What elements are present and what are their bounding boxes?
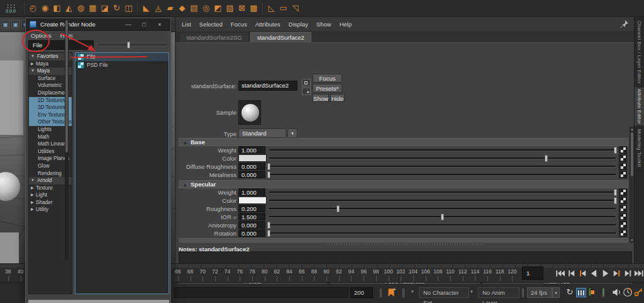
color-swatch[interactable] — [238, 154, 267, 162]
viewport-toolbar-icon[interactable]: ▣ — [11, 20, 19, 28]
shelf-tool-icon[interactable]: ◭ — [63, 1, 75, 15]
shelf-tool-icon[interactable]: ◍ — [75, 1, 87, 15]
texture-map-button[interactable] — [619, 146, 627, 154]
timeline-tick[interactable]: 90 — [320, 268, 333, 275]
minimize-button[interactable]: — — [123, 20, 133, 29]
sidebar-vertical-tab[interactable]: Attribute Editor — [635, 88, 644, 125]
frame-bookmark-icon[interactable]: + — [386, 287, 396, 298]
section-header-base[interactable]: ▼ Base — [179, 138, 628, 146]
timeline-tick[interactable]: 86 — [296, 268, 308, 275]
chevron-down-icon[interactable]: ▾ — [411, 289, 414, 294]
slider-track[interactable] — [269, 174, 616, 176]
texture-map-button[interactable] — [619, 188, 627, 196]
slider-handle[interactable] — [614, 147, 617, 154]
slider-track[interactable] — [269, 208, 616, 210]
dialog-menu-item[interactable]: Options — [31, 32, 52, 39]
timeline-tick[interactable]: 78 — [246, 268, 258, 275]
timeline-tick[interactable]: 98 — [370, 268, 382, 275]
current-frame-field[interactable]: 1 — [522, 266, 543, 280]
chevron-down-icon[interactable]: ▾ — [552, 287, 560, 298]
timeline-tick[interactable]: 120 — [506, 268, 519, 275]
timeline-tick[interactable]: 70 — [196, 268, 209, 275]
step-forward-one-frame-button[interactable] — [623, 266, 633, 280]
shelf-tool-icon[interactable]: ◉ — [39, 1, 51, 15]
ae-menu-item[interactable]: List — [182, 21, 191, 28]
scrollbar-thumb[interactable] — [631, 132, 633, 176]
expand-arrow-icon[interactable]: ▶ — [31, 192, 34, 199]
attribute-value-field[interactable]: 0.000 — [238, 229, 265, 237]
ae-menu-item[interactable]: Focus — [231, 21, 247, 28]
timeline-tick[interactable]: 84 — [283, 268, 296, 275]
dialog-titlebar[interactable]: Create Render Node — □ × — [26, 18, 170, 31]
attribute-value-field[interactable]: 0.000 — [238, 221, 265, 229]
render-node-list-item[interactable]: PSD File — [75, 61, 169, 69]
slider-track[interactable] — [269, 149, 616, 151]
slider-handle[interactable] — [441, 214, 444, 220]
shelf-tool-icon[interactable]: ◧ — [51, 1, 63, 15]
color-swatch[interactable] — [238, 197, 267, 204]
texture-map-button[interactable] — [619, 163, 627, 170]
timeline-tick[interactable]: 94 — [345, 268, 358, 275]
shelf-tool-icon[interactable]: ↻ — [111, 1, 123, 15]
timeline-tick[interactable]: 100 — [382, 268, 395, 275]
pin-icon[interactable] — [620, 20, 629, 28]
expand-arrow-icon[interactable]: ▼ — [31, 67, 35, 75]
output-connection-icon-button[interactable]: ▸ — [302, 88, 311, 95]
chevron-down-icon[interactable]: ▾ — [287, 129, 297, 138]
section-header-partial[interactable] — [179, 238, 628, 243]
scrollbar-thumb[interactable] — [65, 20, 68, 152]
shelf-tool-icon[interactable]: ⊠ — [236, 1, 248, 15]
step-forward-next-key-button[interactable] — [611, 266, 622, 280]
play-backwards-button[interactable] — [589, 266, 599, 280]
timeline-tick[interactable]: 74 — [221, 268, 234, 275]
step-back-one-frame-button[interactable] — [566, 266, 577, 280]
auto-keyframe-icon[interactable] — [633, 287, 643, 297]
texture-map-button[interactable] — [619, 171, 627, 178]
timeline-tick[interactable]: 72 — [209, 268, 221, 275]
slider-handle[interactable] — [614, 197, 617, 204]
ae-menu-item[interactable]: Attributes — [255, 21, 280, 28]
timeline-tick[interactable]: 114 — [469, 268, 482, 275]
close-button[interactable]: × — [155, 20, 165, 29]
timeline-tick[interactable]: 110 — [444, 268, 457, 275]
expand-arrow-icon[interactable]: ▼ — [31, 177, 35, 185]
ae-menu-item[interactable]: Selected — [199, 21, 223, 28]
slider-track[interactable] — [269, 192, 616, 193]
time-slider-preferences-icon[interactable] — [623, 287, 633, 297]
attribute-value-field[interactable]: 0.000 — [238, 171, 265, 178]
section-header-specular[interactable]: ▼ Specular — [179, 180, 628, 188]
animation-end-time-field[interactable]: 200 — [350, 287, 373, 298]
shelf-tool-icon[interactable]: ▩ — [248, 1, 260, 15]
ae-menu-item[interactable]: Show — [316, 21, 331, 28]
texture-map-button[interactable] — [619, 205, 627, 212]
slider-handle[interactable] — [267, 171, 270, 178]
animation-snapshot-icon[interactable] — [576, 288, 586, 297]
timeline-tick[interactable]: 92 — [333, 268, 345, 275]
attribute-value-field[interactable]: 1.000 — [238, 146, 265, 154]
sidebar-vertical-tab[interactable]: Channel Box / Layer Editor — [635, 20, 644, 85]
go-to-range-end-button[interactable] — [634, 266, 644, 280]
sidebar-vertical-tab[interactable]: Modeling Toolkit — [635, 128, 644, 168]
timeline-tick[interactable]: 96 — [357, 268, 370, 275]
timeline-tick[interactable]: 88 — [308, 268, 321, 275]
timeline-tick[interactable]: 116 — [481, 268, 494, 275]
shelf-tool-icon[interactable]: ◩ — [212, 1, 224, 15]
ae-node-tab[interactable]: standardSurface2 — [250, 32, 311, 42]
shelf-tool-icon[interactable]: ◬ — [152, 1, 164, 15]
presets-button[interactable]: Presets* — [313, 84, 342, 93]
viewport-toolbar-icon[interactable]: ▣ — [1, 20, 9, 28]
go-to-range-start-button[interactable] — [555, 266, 565, 280]
slider-handle[interactable] — [267, 222, 270, 229]
slider-handle[interactable] — [267, 230, 270, 237]
shelf-tool-icon[interactable]: ◣ — [140, 1, 152, 15]
texture-map-button[interactable] — [619, 154, 627, 162]
slider-handle[interactable] — [127, 42, 130, 49]
show-button[interactable]: Show — [313, 94, 329, 102]
shelf-tool-icon[interactable]: ◫ — [123, 1, 135, 15]
expand-arrow-icon[interactable]: ▶ — [31, 199, 34, 207]
shelf-tool-icon[interactable]: ◹ — [289, 1, 301, 15]
timeline-tick[interactable]: 82 — [271, 268, 284, 275]
timeline-tick[interactable]: 66 — [172, 268, 184, 275]
mute-audio-icon[interactable] — [611, 287, 621, 297]
ae-node-tab[interactable]: standardSurface2SG — [179, 32, 249, 42]
